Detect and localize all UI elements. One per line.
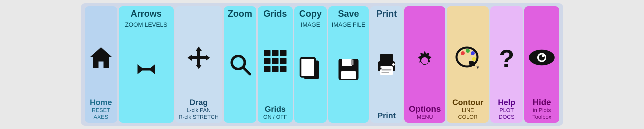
svg-marker-3 (149, 64, 155, 74)
svg-rect-29 (380, 54, 393, 62)
palette-icon (454, 19, 482, 97)
svg-rect-17 (272, 58, 278, 64)
svg-rect-20 (272, 66, 278, 72)
svg-line-12 (243, 68, 250, 74)
svg-point-39 (461, 51, 465, 55)
svg-point-50 (542, 55, 544, 57)
svg-point-49 (539, 54, 545, 60)
options-label: Options (409, 104, 441, 114)
grids-label: Grids (263, 104, 287, 114)
question-icon: ? (496, 19, 516, 97)
svg-rect-34 (382, 72, 389, 73)
svg-text:?: ? (499, 45, 514, 70)
options-button[interactable]: Options Options MENU (404, 6, 445, 123)
contour-sub: LINECOLOR (452, 107, 483, 120)
svg-rect-30 (380, 66, 393, 75)
svg-marker-44 (476, 66, 479, 69)
help-button[interactable]: Help ? Help PLOTDOCS (490, 6, 523, 123)
svg-rect-18 (280, 58, 286, 64)
print-label: Print (378, 111, 396, 120)
hide-label: Hide (532, 97, 551, 107)
svg-rect-27 (351, 60, 354, 65)
print-label-top: Print (376, 9, 397, 19)
drag-button[interactable]: Drag Drag L-clk PANR-clk STRETCH (175, 6, 222, 123)
svg-marker-0 (90, 47, 112, 68)
hide-sub: in PlotsToolbox (532, 107, 551, 120)
svg-point-36 (421, 57, 428, 64)
svg-rect-13 (264, 50, 270, 56)
svg-point-41 (471, 51, 475, 55)
hide-button[interactable]: Hide Hide in PlotsToolbox (524, 6, 559, 123)
svg-rect-19 (264, 66, 270, 72)
arrows-button[interactable]: ArrowsZOOM LEVELS Arrows (119, 6, 174, 123)
print-icon (374, 19, 399, 110)
copy-label-top: CopyIMAGE (299, 9, 322, 28)
svg-rect-14 (272, 50, 278, 56)
svg-rect-23 (300, 58, 315, 77)
save-icon (337, 28, 360, 110)
svg-marker-4 (196, 46, 202, 51)
svg-point-40 (466, 49, 470, 53)
save-button[interactable]: SaveIMAGE FILE Save (328, 6, 369, 123)
help-sub: PLOTDOCS (498, 107, 515, 120)
svg-point-10 (197, 56, 201, 60)
svg-marker-5 (196, 65, 202, 69)
drag-icon (186, 19, 211, 97)
svg-marker-7 (206, 55, 210, 61)
gear-icon (412, 19, 437, 103)
options-sub: MENU (409, 114, 441, 120)
home-label: Home (90, 98, 112, 107)
svg-marker-6 (188, 55, 192, 61)
arrows-icon (136, 28, 156, 110)
svg-rect-26 (341, 71, 356, 79)
zoom-label-top: Zoom (228, 9, 252, 19)
drag-sub: L-clk PANR-clk STRETCH (179, 107, 219, 120)
svg-rect-25 (342, 59, 352, 66)
help-label: Help (498, 98, 515, 107)
eye-icon (528, 19, 556, 96)
copy-button[interactable]: CopyIMAGE Copy (294, 6, 327, 123)
copy-icon (299, 28, 322, 110)
svg-rect-31 (379, 68, 382, 70)
zoom-icon (229, 19, 251, 110)
svg-point-42 (472, 57, 476, 61)
contour-label: Contour (452, 98, 483, 107)
grids-sub: ON / OFF (263, 114, 287, 120)
home-button[interactable]: Home Home RESETAXES (85, 6, 117, 123)
arrows-label-top: ArrowsZOOM LEVELS (125, 9, 167, 28)
contour-button[interactable]: Contour Contour LINECOLOR (447, 6, 489, 123)
grids-button[interactable]: Grids Grids ON / OFF (258, 6, 293, 123)
svg-rect-21 (280, 66, 286, 72)
toolbar: Home Home RESETAXES ArrowsZOOM LEVELS Ar… (81, 3, 564, 126)
home-icon (88, 19, 114, 97)
drag-label: Drag (179, 98, 219, 107)
svg-point-32 (392, 63, 395, 66)
grids-label-top: Grids (264, 9, 287, 19)
svg-rect-15 (280, 50, 286, 56)
save-label-top: SaveIMAGE FILE (332, 9, 366, 28)
zoom-button[interactable]: Zoom Zoom (224, 6, 256, 123)
grids-icon (263, 19, 288, 104)
print-button[interactable]: Print Print (370, 6, 403, 123)
home-sub: RESETAXES (90, 107, 112, 120)
svg-rect-33 (382, 69, 392, 70)
svg-rect-16 (264, 58, 270, 64)
